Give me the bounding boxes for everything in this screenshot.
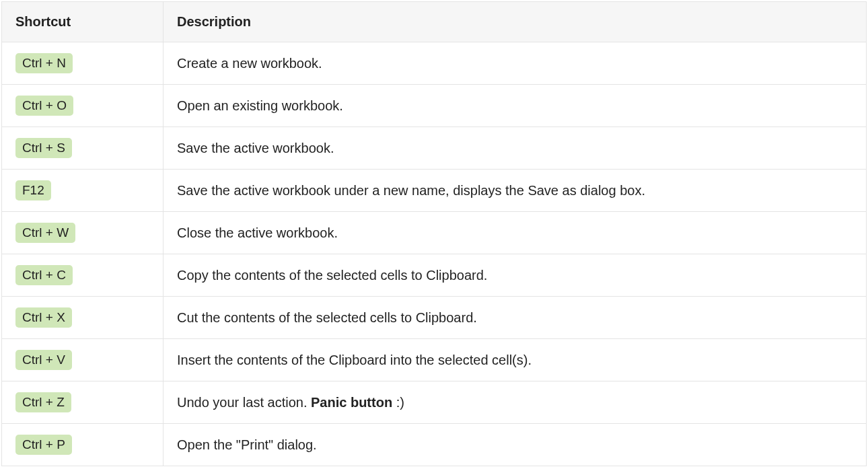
description-cell: Cut the contents of the selected cells t… (164, 297, 867, 339)
description-text: Open the "Print" dialog. (177, 437, 317, 452)
description-text: Undo your last action. (177, 395, 311, 410)
shortcut-cell: Ctrl + W (2, 212, 164, 254)
description-cell: Create a new workbook. (164, 42, 867, 85)
table-row: F12Save the active workbook under a new … (2, 170, 867, 212)
table-row: Ctrl + OOpen an existing workbook. (2, 85, 867, 127)
description-cell: Save the active workbook under a new nam… (164, 170, 867, 212)
table-row: Ctrl + ZUndo your last action. Panic but… (2, 381, 867, 424)
keyboard-shortcut: Ctrl + Z (15, 392, 71, 412)
shortcut-cell: Ctrl + V (2, 339, 164, 381)
description-text: Save the active workbook. (177, 141, 334, 155)
table-row: Ctrl + NCreate a new workbook. (2, 42, 867, 85)
keyboard-shortcut: Ctrl + W (15, 223, 75, 243)
keyboard-shortcut: Ctrl + X (15, 307, 72, 328)
shortcut-cell: Ctrl + X (2, 297, 164, 339)
shortcut-cell: Ctrl + P (2, 424, 164, 466)
table-row: Ctrl + SSave the active workbook. (2, 127, 867, 170)
description-text: Copy the contents of the selected cells … (177, 268, 487, 283)
keyboard-shortcut: Ctrl + N (15, 53, 73, 73)
shortcuts-table: Shortcut Description Ctrl + NCreate a ne… (1, 1, 867, 466)
description-text: Cut the contents of the selected cells t… (177, 310, 477, 325)
description-cell: Close the active workbook. (164, 212, 867, 254)
keyboard-shortcut: F12 (15, 180, 51, 200)
table-row: Ctrl + XCut the contents of the selected… (2, 297, 867, 339)
keyboard-shortcut: Ctrl + S (15, 138, 72, 158)
table-row: Ctrl + POpen the "Print" dialog. (2, 424, 867, 466)
table-row: Ctrl + VInsert the contents of the Clipb… (2, 339, 867, 381)
description-text: Save the active workbook under a new nam… (177, 183, 645, 198)
shortcut-cell: Ctrl + S (2, 127, 164, 170)
shortcut-cell: Ctrl + C (2, 254, 164, 297)
description-cell: Save the active workbook. (164, 127, 867, 170)
header-shortcut: Shortcut (2, 2, 164, 42)
keyboard-shortcut: Ctrl + C (15, 265, 73, 285)
keyboard-shortcut: Ctrl + P (15, 435, 72, 455)
description-text: Open an existing workbook. (177, 98, 343, 113)
shortcut-cell: Ctrl + N (2, 42, 164, 85)
description-cell: Copy the contents of the selected cells … (164, 254, 867, 297)
description-bold: Panic button (311, 395, 392, 410)
table-row: Ctrl + WClose the active workbook. (2, 212, 867, 254)
header-description: Description (164, 2, 867, 42)
description-cell: Open the "Print" dialog. (164, 424, 867, 466)
description-cell: Open an existing workbook. (164, 85, 867, 127)
shortcut-cell: Ctrl + Z (2, 381, 164, 424)
description-text: Insert the contents of the Clipboard int… (177, 353, 532, 367)
shortcut-cell: Ctrl + O (2, 85, 164, 127)
description-cell: Insert the contents of the Clipboard int… (164, 339, 867, 381)
description-text: Close the active workbook. (177, 225, 338, 240)
description-cell: Undo your last action. Panic button :) (164, 381, 867, 424)
table-row: Ctrl + CCopy the contents of the selecte… (2, 254, 867, 297)
description-text: Create a new workbook. (177, 56, 322, 71)
keyboard-shortcut: Ctrl + O (15, 96, 73, 116)
shortcut-cell: F12 (2, 170, 164, 212)
description-text-after: :) (392, 395, 404, 410)
keyboard-shortcut: Ctrl + V (15, 350, 72, 370)
